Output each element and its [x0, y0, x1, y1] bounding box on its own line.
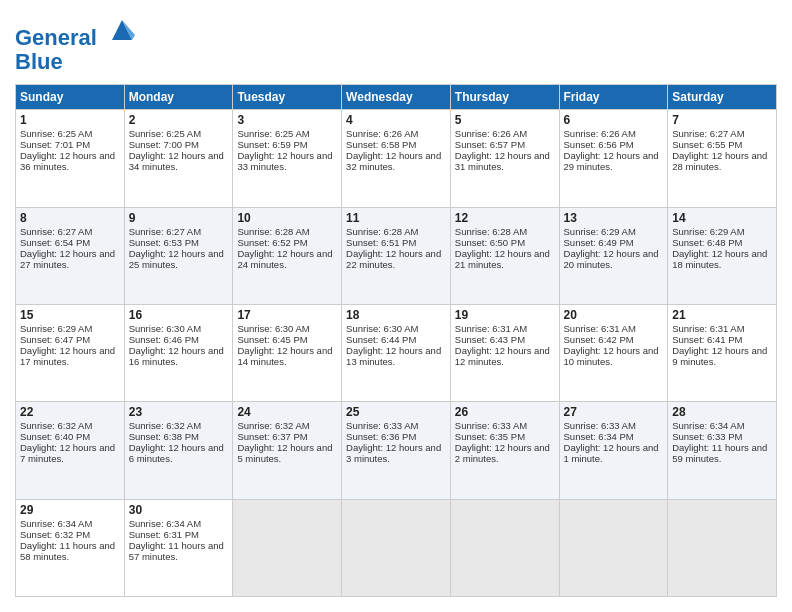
daylight: Daylight: 12 hours and 6 minutes.	[129, 442, 224, 464]
daylight: Daylight: 12 hours and 3 minutes.	[346, 442, 441, 464]
sunset: Sunset: 6:42 PM	[564, 334, 634, 345]
sunrise: Sunrise: 6:29 AM	[20, 323, 92, 334]
sunrise: Sunrise: 6:33 AM	[564, 420, 636, 431]
sunrise: Sunrise: 6:34 AM	[672, 420, 744, 431]
daylight: Daylight: 12 hours and 9 minutes.	[672, 345, 767, 367]
daylight: Daylight: 12 hours and 14 minutes.	[237, 345, 332, 367]
logo: General Blue	[15, 15, 137, 74]
calendar-row-2: 8Sunrise: 6:27 AMSunset: 6:54 PMDaylight…	[16, 207, 777, 304]
calendar-cell: 1Sunrise: 6:25 AMSunset: 7:01 PMDaylight…	[16, 110, 125, 207]
day-number: 22	[20, 405, 120, 419]
day-number: 21	[672, 308, 772, 322]
daylight: Daylight: 12 hours and 24 minutes.	[237, 248, 332, 270]
day-number: 28	[672, 405, 772, 419]
calendar-cell: 21Sunrise: 6:31 AMSunset: 6:41 PMDayligh…	[668, 305, 777, 402]
sunrise: Sunrise: 6:29 AM	[564, 226, 636, 237]
calendar-cell: 20Sunrise: 6:31 AMSunset: 6:42 PMDayligh…	[559, 305, 668, 402]
col-header-monday: Monday	[124, 85, 233, 110]
sunrise: Sunrise: 6:31 AM	[672, 323, 744, 334]
sunset: Sunset: 6:51 PM	[346, 237, 416, 248]
sunset: Sunset: 6:55 PM	[672, 139, 742, 150]
col-header-saturday: Saturday	[668, 85, 777, 110]
logo-blue: Blue	[15, 50, 137, 74]
sunrise: Sunrise: 6:31 AM	[455, 323, 527, 334]
sunrise: Sunrise: 6:27 AM	[129, 226, 201, 237]
sunrise: Sunrise: 6:25 AM	[129, 128, 201, 139]
day-number: 2	[129, 113, 229, 127]
day-number: 6	[564, 113, 664, 127]
logo-icon	[107, 15, 137, 45]
sunset: Sunset: 6:37 PM	[237, 431, 307, 442]
daylight: Daylight: 12 hours and 27 minutes.	[20, 248, 115, 270]
daylight: Daylight: 12 hours and 25 minutes.	[129, 248, 224, 270]
sunrise: Sunrise: 6:26 AM	[455, 128, 527, 139]
day-number: 24	[237, 405, 337, 419]
calendar-cell: 27Sunrise: 6:33 AMSunset: 6:34 PMDayligh…	[559, 402, 668, 499]
day-number: 26	[455, 405, 555, 419]
col-header-friday: Friday	[559, 85, 668, 110]
day-number: 29	[20, 503, 120, 517]
sunrise: Sunrise: 6:30 AM	[237, 323, 309, 334]
sunset: Sunset: 6:58 PM	[346, 139, 416, 150]
page: General Blue SundayMondayTuesdayWednesda…	[0, 0, 792, 612]
day-number: 1	[20, 113, 120, 127]
daylight: Daylight: 12 hours and 17 minutes.	[20, 345, 115, 367]
day-number: 8	[20, 211, 120, 225]
calendar-cell: 18Sunrise: 6:30 AMSunset: 6:44 PMDayligh…	[342, 305, 451, 402]
col-header-tuesday: Tuesday	[233, 85, 342, 110]
day-number: 18	[346, 308, 446, 322]
sunrise: Sunrise: 6:32 AM	[237, 420, 309, 431]
calendar-cell: 3Sunrise: 6:25 AMSunset: 6:59 PMDaylight…	[233, 110, 342, 207]
daylight: Daylight: 12 hours and 29 minutes.	[564, 150, 659, 172]
sunset: Sunset: 6:54 PM	[20, 237, 90, 248]
day-number: 20	[564, 308, 664, 322]
day-number: 10	[237, 211, 337, 225]
sunrise: Sunrise: 6:32 AM	[20, 420, 92, 431]
calendar-cell: 28Sunrise: 6:34 AMSunset: 6:33 PMDayligh…	[668, 402, 777, 499]
sunrise: Sunrise: 6:29 AM	[672, 226, 744, 237]
col-header-sunday: Sunday	[16, 85, 125, 110]
col-header-thursday: Thursday	[450, 85, 559, 110]
sunrise: Sunrise: 6:28 AM	[237, 226, 309, 237]
day-number: 27	[564, 405, 664, 419]
daylight: Daylight: 12 hours and 36 minutes.	[20, 150, 115, 172]
sunrise: Sunrise: 6:28 AM	[346, 226, 418, 237]
sunrise: Sunrise: 6:34 AM	[20, 518, 92, 529]
sunrise: Sunrise: 6:30 AM	[346, 323, 418, 334]
sunrise: Sunrise: 6:26 AM	[346, 128, 418, 139]
sunset: Sunset: 6:40 PM	[20, 431, 90, 442]
calendar-table: SundayMondayTuesdayWednesdayThursdayFrid…	[15, 84, 777, 597]
sunrise: Sunrise: 6:34 AM	[129, 518, 201, 529]
calendar-cell	[559, 499, 668, 596]
calendar-cell: 10Sunrise: 6:28 AMSunset: 6:52 PMDayligh…	[233, 207, 342, 304]
calendar-row-3: 15Sunrise: 6:29 AMSunset: 6:47 PMDayligh…	[16, 305, 777, 402]
calendar-cell: 15Sunrise: 6:29 AMSunset: 6:47 PMDayligh…	[16, 305, 125, 402]
sunrise: Sunrise: 6:31 AM	[564, 323, 636, 334]
daylight: Daylight: 12 hours and 2 minutes.	[455, 442, 550, 464]
calendar-cell: 12Sunrise: 6:28 AMSunset: 6:50 PMDayligh…	[450, 207, 559, 304]
logo-text: General	[15, 15, 137, 50]
calendar-row-1: 1Sunrise: 6:25 AMSunset: 7:01 PMDaylight…	[16, 110, 777, 207]
day-number: 12	[455, 211, 555, 225]
sunset: Sunset: 6:56 PM	[564, 139, 634, 150]
daylight: Daylight: 12 hours and 12 minutes.	[455, 345, 550, 367]
sunrise: Sunrise: 6:30 AM	[129, 323, 201, 334]
sunset: Sunset: 6:46 PM	[129, 334, 199, 345]
daylight: Daylight: 12 hours and 28 minutes.	[672, 150, 767, 172]
col-header-wednesday: Wednesday	[342, 85, 451, 110]
calendar-cell	[450, 499, 559, 596]
sunrise: Sunrise: 6:33 AM	[455, 420, 527, 431]
daylight: Daylight: 12 hours and 20 minutes.	[564, 248, 659, 270]
daylight: Daylight: 12 hours and 5 minutes.	[237, 442, 332, 464]
calendar-cell	[342, 499, 451, 596]
sunrise: Sunrise: 6:25 AM	[237, 128, 309, 139]
sunset: Sunset: 6:41 PM	[672, 334, 742, 345]
calendar-cell: 25Sunrise: 6:33 AMSunset: 6:36 PMDayligh…	[342, 402, 451, 499]
calendar-row-5: 29Sunrise: 6:34 AMSunset: 6:32 PMDayligh…	[16, 499, 777, 596]
sunset: Sunset: 7:00 PM	[129, 139, 199, 150]
calendar-cell: 9Sunrise: 6:27 AMSunset: 6:53 PMDaylight…	[124, 207, 233, 304]
daylight: Daylight: 12 hours and 10 minutes.	[564, 345, 659, 367]
sunset: Sunset: 6:45 PM	[237, 334, 307, 345]
sunset: Sunset: 6:52 PM	[237, 237, 307, 248]
calendar-cell: 4Sunrise: 6:26 AMSunset: 6:58 PMDaylight…	[342, 110, 451, 207]
